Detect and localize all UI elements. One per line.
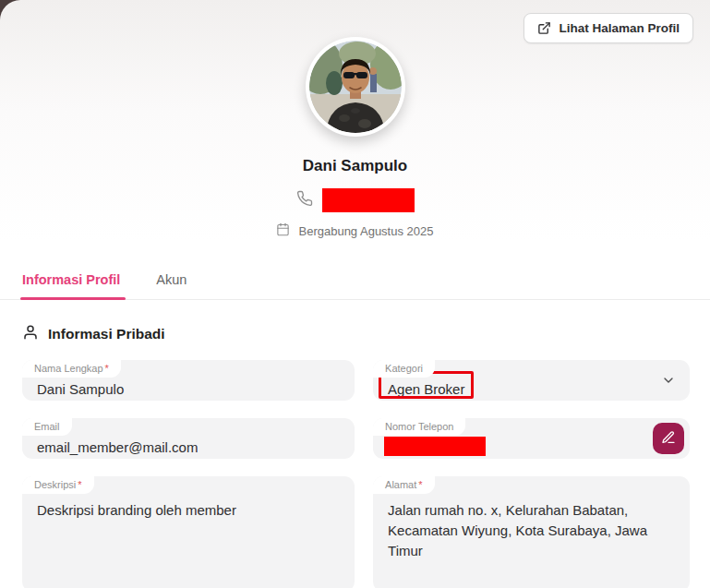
alamat-value: Jalan rumah no. x, Kelurahan Babatan, Ke… — [388, 500, 675, 560]
section-header-informasi-pribadi: Informasi Pribadi — [22, 324, 688, 344]
nama-lengkap-field[interactable]: Nama Lengkap* Dani Sampulo — [22, 360, 355, 401]
edit-phone-button[interactable] — [653, 423, 684, 454]
avatar-photo — [309, 41, 402, 133]
profile-tabs: Informasi Profil Akun — [0, 267, 710, 300]
tab-informasi-profil[interactable]: Informasi Profil — [22, 267, 122, 299]
nomor-telepon-field[interactable]: Nomor Telepon — [373, 418, 690, 459]
phone-number-redaction-box — [322, 188, 415, 212]
deskripsi-field[interactable]: Deskripsi* Deskripsi branding oleh membe… — [22, 476, 355, 588]
kategori-select[interactable]: Kategori Agen Broker — [373, 360, 690, 401]
profile-name: Dani Sampulo — [303, 157, 407, 175]
deskripsi-value: Deskripsi branding oleh member — [37, 500, 340, 521]
joined-date-label: Bergabung Agustus 2025 — [298, 224, 433, 238]
profile-card: Lihat Halaman Profil — [0, 0, 710, 588]
kategori-value: Agen Broker — [388, 379, 675, 400]
external-link-icon — [537, 21, 551, 35]
view-profile-page-button[interactable]: Lihat Halaman Profil — [523, 13, 693, 43]
alamat-label: Alamat* — [373, 476, 435, 494]
email-label: Email — [22, 418, 72, 436]
section-title: Informasi Pribadi — [48, 326, 165, 342]
email-field[interactable]: Email email_member@mail.com — [22, 418, 355, 459]
tab-akun[interactable]: Akun — [156, 267, 188, 299]
joined-date-row: Bergabung Agustus 2025 — [276, 222, 433, 239]
personal-info-form: Nama Lengkap* Dani Sampulo Kategori Agen… — [22, 360, 690, 588]
nomor-telepon-label: Nomor Telepon — [373, 418, 465, 436]
calendar-icon — [276, 222, 290, 239]
nama-lengkap-label: Nama Lengkap* — [22, 360, 121, 378]
pencil-icon — [661, 430, 676, 448]
nomor-telepon-redaction-box — [384, 437, 486, 456]
person-icon — [22, 324, 39, 344]
kategori-label: Kategori — [373, 360, 435, 378]
deskripsi-label: Deskripsi* — [22, 476, 94, 494]
required-marker: * — [78, 479, 81, 490]
required-marker: * — [105, 363, 109, 374]
alamat-field[interactable]: Alamat* Jalan rumah no. x, Kelurahan Bab… — [373, 476, 690, 588]
nama-lengkap-value: Dani Sampulo — [37, 379, 340, 400]
phone-icon — [296, 190, 313, 210]
avatar — [306, 37, 405, 137]
email-value: email_member@mail.com — [37, 438, 340, 458]
required-marker: * — [418, 479, 422, 490]
view-profile-page-label: Lihat Halaman Profil — [559, 21, 680, 35]
chevron-down-icon — [661, 373, 676, 391]
profile-phone-row — [296, 188, 415, 212]
